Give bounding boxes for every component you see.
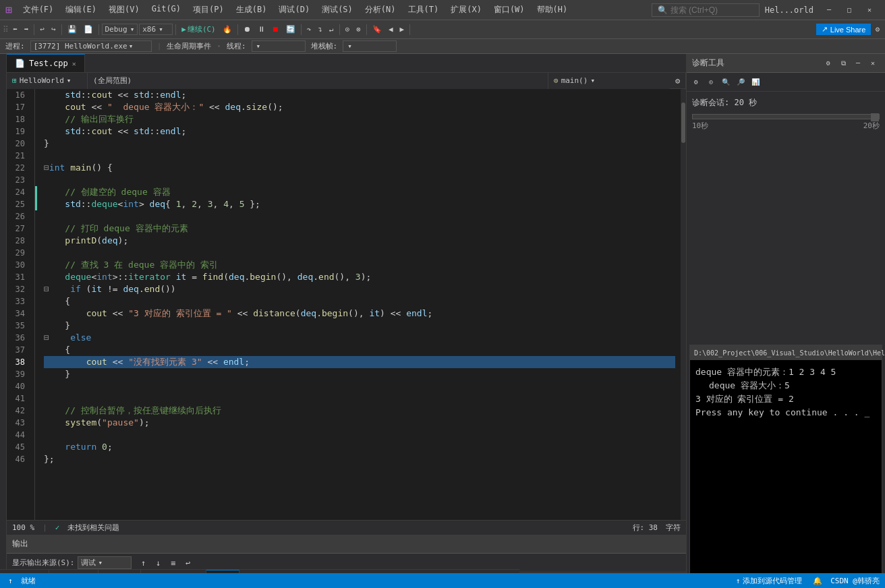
pause-button[interactable]: ⏸	[255, 24, 268, 35]
status-right: ↑ 添加到源代码管理 🔔 CSDN @韩骄亮	[733, 576, 880, 586]
namespace-dropdown[interactable]: ⊞ HelloWorld▾	[7, 73, 88, 89]
line-num-29: 29	[7, 247, 30, 259]
close-button[interactable]: ✕	[859, 3, 880, 17]
diag-zoom-in-btn[interactable]: 🔍	[719, 76, 733, 89]
line-num-23: 23	[7, 174, 30, 186]
line-col-label: 行: 38	[633, 523, 658, 533]
menu-git[interactable]: Git(G)	[146, 1, 186, 18]
diag-minimize-button[interactable]: ─	[851, 57, 865, 70]
code-line-31: deque<int>::iterator it = find(deq.begin…	[44, 271, 675, 283]
separator-5	[237, 24, 238, 35]
editor-status-bar: 100 % | ✓ 未找到相关问题 行: 38 字符	[7, 520, 686, 535]
bell-button[interactable]: 🔔	[810, 577, 825, 585]
stop-button[interactable]: ⏹	[269, 24, 282, 35]
step-over-button[interactable]: ↷	[304, 24, 314, 35]
diag-settings-button[interactable]: ⚙	[822, 57, 835, 70]
menu-file[interactable]: 文件(F)	[18, 1, 59, 18]
output-clear-button[interactable]: ≡	[167, 556, 180, 570]
drag-handle: ⠿	[3, 25, 9, 34]
live-share-button[interactable]: ↗ Live Share	[816, 24, 872, 35]
menu-tools[interactable]: 工具(T)	[403, 1, 445, 18]
menu-analyze[interactable]: 分析(N)	[360, 1, 401, 18]
save-button[interactable]: 💾	[65, 24, 80, 35]
diag-close-button[interactable]: ✕	[866, 57, 880, 70]
menu-window[interactable]: 窗口(W)	[488, 1, 530, 18]
code-content[interactable]: std::cout << std::endl; cout << " deque …	[38, 89, 681, 520]
output-wrap-button[interactable]: ↩	[181, 556, 195, 570]
menu-test[interactable]: 测试(S)	[316, 1, 358, 18]
undo-button[interactable]: ↩	[37, 24, 47, 35]
timeline-bar	[692, 114, 880, 119]
zoom-level[interactable]: 100 %	[12, 523, 34, 532]
scroll-indicator[interactable]	[681, 89, 686, 520]
redo-button[interactable]: ↪	[49, 24, 59, 35]
menu-build[interactable]: 生成(B)	[231, 1, 273, 18]
search-input[interactable]	[670, 5, 745, 15]
diag-zoom-out-btn[interactable]: 🔎	[734, 76, 747, 89]
line-num-34: 34	[7, 307, 30, 320]
code-line-46: };	[44, 453, 675, 465]
line-num-19: 19	[7, 125, 30, 138]
line-num-35: 35	[7, 320, 30, 332]
console-title-bar: D:\002_Project\006_Visual_Studio\HelloWo…	[690, 345, 882, 360]
diag-timeline	[692, 114, 880, 119]
output-next-button[interactable]: ↓	[152, 556, 165, 570]
platform-dropdown[interactable]: x86▾	[139, 24, 173, 35]
add-to-source-label: 添加到源代码管理	[743, 576, 802, 586]
add-to-source-button[interactable]: ↑ 添加到源代码管理	[733, 576, 805, 586]
console-line-4: Press any key to continue . . . _	[695, 406, 876, 419]
output-prev-button[interactable]: ↑	[137, 556, 150, 570]
restart-button[interactable]: 🔄	[283, 24, 298, 35]
record-button[interactable]: ⏺	[241, 24, 254, 35]
search-box[interactable]: 🔍	[652, 3, 760, 17]
menu-project[interactable]: 项目(P)	[188, 1, 229, 18]
settings-gear-button[interactable]: ⚙	[670, 73, 686, 89]
bookmark-button[interactable]: 🔖	[370, 24, 384, 35]
line-num-42: 42	[7, 405, 30, 417]
scope-dropdown[interactable]: (全局范围)	[88, 73, 548, 89]
save-all-button[interactable]: 📄	[81, 24, 96, 35]
breakpoints-button[interactable]: ⊙	[343, 24, 353, 35]
nav-back-button[interactable]: ⬅	[10, 24, 20, 35]
continue-button[interactable]: ▶ 继续(C)	[179, 23, 219, 36]
status-git-button[interactable]: ↑	[5, 577, 16, 585]
code-line-28: printD(deq);	[44, 235, 675, 247]
check-icon: ✓	[55, 523, 60, 532]
minimize-button[interactable]: ─	[819, 3, 839, 17]
settings-button[interactable]: ⚙	[872, 24, 882, 35]
menu-extensions[interactable]: 扩展(X)	[445, 1, 487, 18]
menu-debug[interactable]: 调试(D)	[273, 1, 315, 18]
step-into-button[interactable]: ↴	[315, 24, 325, 35]
prev-bookmark-button[interactable]: ◀	[386, 24, 396, 35]
output-source-dropdown[interactable]: 调试▾	[78, 556, 132, 569]
diag-chart-btn[interactable]: 📊	[749, 76, 762, 89]
code-line-44	[44, 429, 675, 441]
menu-help[interactable]: 帮助(H)	[532, 1, 573, 18]
thread-dropdown[interactable]: ▾	[252, 40, 306, 52]
line-num-21: 21	[7, 150, 30, 162]
hot-reload-icon[interactable]: 🔥	[220, 24, 235, 35]
diag-record-btn[interactable]: ⊙	[704, 76, 718, 89]
maximize-button[interactable]: □	[839, 3, 859, 17]
separator-1	[34, 24, 34, 35]
tab-test-cpp[interactable]: 📄 Test.cpp ✕	[7, 54, 85, 72]
line-num-45: 45	[7, 441, 30, 453]
debug-mode-dropdown[interactable]: Debug▾	[102, 24, 138, 35]
stack-dropdown[interactable]: ▾	[343, 40, 397, 52]
menu-edit[interactable]: 编辑(E)	[60, 1, 102, 18]
code-line-37: {	[44, 344, 675, 356]
process-dropdown[interactable]: [3772] HelloWorld.exe▾	[30, 40, 152, 52]
output-toolbar-buttons: ↑ ↓ ≡ ↩	[137, 556, 195, 570]
tab-close-button[interactable]: ✕	[72, 60, 76, 67]
code-line-18: // 输出回车换行	[44, 113, 675, 125]
diag-float-button[interactable]: ⧉	[836, 57, 850, 70]
next-bookmark-button[interactable]: ▶	[397, 24, 407, 35]
nav-forward-button[interactable]: ➡	[22, 24, 32, 35]
step-out-button[interactable]: ↵	[326, 24, 337, 35]
scroll-thumb[interactable]	[681, 102, 685, 143]
menu-view[interactable]: 视图(V)	[103, 1, 145, 18]
code-line-41	[44, 392, 675, 405]
diag-settings-btn[interactable]: ⚙	[689, 76, 703, 89]
toggle-breakpoint-button[interactable]: ⊗	[353, 24, 364, 35]
function-dropdown[interactable]: ⊙ main()▾	[548, 73, 670, 89]
